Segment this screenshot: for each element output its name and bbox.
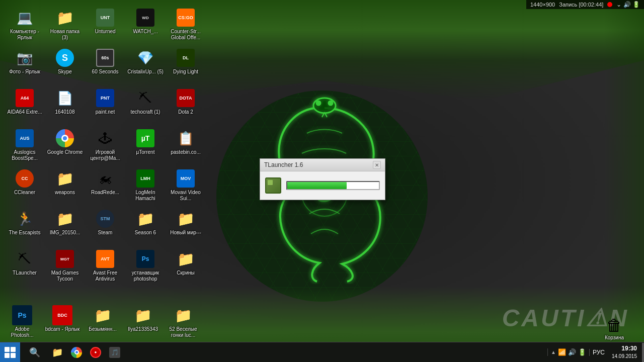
cristalix-icon: 💎	[135, 48, 155, 68]
skype-icon: S	[55, 48, 75, 68]
icon-csgo-label: Counter-Str... Global Offe...	[168, 29, 204, 41]
logmein-icon: LMH	[135, 168, 155, 189]
icon-screenshots-label: Скрины	[177, 270, 194, 276]
icon-unnamed[interactable]: 📁 Безымянн...	[83, 303, 122, 341]
pastebin-icon: 📋	[176, 128, 196, 148]
icon-tlauncher-label: TLauncher	[13, 270, 37, 276]
icon-skype-label: Skype	[58, 69, 72, 75]
roadredemption-icon: 🏍	[95, 168, 115, 189]
icon-unnamed-label: Безымянн...	[89, 326, 116, 332]
recording-dot	[607, 2, 612, 7]
icon-avast[interactable]: AVT Avast Free Antivirus	[86, 246, 125, 287]
icon-new-folder[interactable]: 📁 Новая папка (3)	[45, 5, 85, 45]
season6-icon: 📁	[135, 209, 155, 229]
icon-watch-dogs[interactable]: WD WATCH_...	[126, 5, 165, 45]
icon-photoshop[interactable]: Ps Adobe Photosh...	[3, 303, 42, 341]
icon-racing[interactable]: 📁 52 Веселые гонки luc...	[164, 303, 203, 341]
icon-cristalix[interactable]: 💎 CristalixUp... (5)	[126, 45, 165, 85]
taskbar-bandicam[interactable]: ●	[87, 343, 105, 361]
icon-new-world[interactable]: 📁 Новый мир---	[166, 206, 205, 246]
icon-pastebin[interactable]: 📋 pastebin.co...	[166, 126, 205, 166]
tray-volume[interactable]: 🔊	[568, 348, 576, 356]
taskbar-clock-area[interactable]: 19:30 14.09.2015	[608, 345, 641, 359]
show-desktop-button[interactable]	[642, 343, 644, 362]
taskbar-winamp[interactable]: 🎵	[106, 343, 124, 361]
icon-chrome[interactable]: Google Chrome	[45, 126, 85, 166]
icon-steam[interactable]: STM Steam	[86, 206, 125, 246]
icon-paintnet[interactable]: PNT paint.net	[86, 85, 125, 126]
icon-logmein-label: LogMeIn Hamachi	[127, 190, 164, 202]
photo-icon: 📷	[15, 48, 35, 68]
ps-install-icon: Ps	[135, 249, 155, 269]
icon-ccleaner-label: CCleaner	[14, 190, 35, 196]
icon-dota2-label: Dota 2	[178, 109, 193, 115]
icon-csgo[interactable]: CS:GO Counter-Str... Global Offe...	[166, 5, 205, 45]
icon-tlauncher[interactable]: ⛏ TLauncher	[5, 246, 44, 287]
tray-battery: 🔋	[578, 348, 586, 356]
taskbar-chrome[interactable]	[67, 343, 86, 361]
taskbar-search[interactable]: 🔍	[22, 343, 47, 361]
computer-icon: 💻	[15, 8, 35, 28]
dialog-close-button[interactable]: ✕	[373, 161, 381, 169]
icon-recycle-bin[interactable]: 🗑 Корзина	[605, 316, 624, 341]
icon-aida64[interactable]: A64 AIDA64 Extre...	[5, 85, 44, 126]
icon-screenshots[interactable]: 📁 Скрины	[166, 246, 205, 287]
icon-photo[interactable]: 📷 Фото - Ярлык	[5, 45, 44, 85]
icon-utorrent[interactable]: µT µTorrent	[126, 126, 165, 166]
racing-icon: 📁	[173, 305, 193, 325]
icon-mad-games-label: Mad Games Tycoon	[47, 270, 83, 282]
icon-60seconds[interactable]: 60s 60 Seconds	[86, 45, 125, 85]
icon-techocraft[interactable]: ⛏ techocraft (1)	[126, 85, 165, 126]
recording-label: Запись [00:02:44]	[559, 2, 603, 8]
icon-unturned[interactable]: UNT Unturned	[86, 5, 125, 45]
icon-avast-label: Avast Free Antivirus	[87, 270, 123, 282]
unnamed-folder-icon: 📁	[93, 305, 113, 325]
paintnet-icon: PNT	[95, 88, 115, 108]
icon-logmein[interactable]: LMH LogMeIn Hamachi	[126, 166, 165, 206]
icon-game-center[interactable]: 🕹 Игровой центр@Ma...	[86, 126, 125, 166]
icon-auslogics-label: Auslogics BoostSpe...	[7, 149, 43, 161]
icon-auslogics[interactable]: AUS Auslogics BoostSpe...	[5, 126, 44, 166]
dota2-icon: DOTA	[176, 88, 196, 108]
icon-weapons[interactable]: 📁 weapons	[45, 166, 85, 206]
watch-dogs-icon: WD	[135, 8, 155, 28]
icon-dota2[interactable]: DOTA Dota 2	[166, 85, 205, 126]
icon-1640108[interactable]: 📄 1640108	[45, 85, 85, 126]
icon-utorrent-label: µTorrent	[136, 149, 155, 155]
svg-point-0	[313, 98, 336, 113]
taskbar-language: РУС	[589, 349, 608, 356]
icon-ps-install[interactable]: Ps устанавщик photoshop	[126, 246, 165, 287]
tray-arrow[interactable]: ▲	[551, 349, 556, 355]
icon-img-folder-label: IMG_20150...	[50, 230, 80, 236]
icon-skype[interactable]: S Skype	[45, 45, 85, 85]
tlauncher-icon: ⛏	[15, 249, 35, 269]
icon-roadredemption[interactable]: 🏍 RoadRede...	[86, 166, 125, 206]
steam-icon: STM	[95, 209, 115, 229]
taskbar-file-explorer[interactable]: 📁	[48, 343, 66, 361]
icon-bdcam[interactable]: BDC bdcam - Ярлык	[43, 303, 82, 341]
recycle-bin-icon: 🗑	[606, 316, 622, 335]
new-world-icon: 📁	[176, 209, 196, 229]
icon-recycle-bin-label: Корзина	[605, 335, 624, 341]
dialog-title: TLauncher 1.6	[264, 161, 303, 168]
icon-escapists[interactable]: 🏃 The Escapists	[5, 206, 44, 246]
icon-computer[interactable]: 💻 Компьютер - Ярлык	[5, 5, 44, 45]
icon-pastebin-label: pastebin.co...	[171, 149, 200, 155]
icon-mad-games[interactable]: MGT Mad Games Tycoon	[45, 246, 85, 287]
icon-season6[interactable]: 📁 Season 6	[126, 206, 165, 246]
icon-aida64-label: AIDA64 Extre...	[8, 109, 42, 115]
mad-games-icon: MGT	[55, 249, 75, 269]
icon-dying-light[interactable]: DL Dying Light	[166, 45, 205, 85]
icon-ccleaner[interactable]: CC CCleaner	[5, 166, 44, 206]
screenshots-icon: 📁	[176, 249, 196, 269]
1640108-icon: 📄	[55, 88, 75, 108]
windows-logo	[5, 347, 16, 358]
aida64-icon: A64	[15, 88, 35, 108]
icon-img-folder[interactable]: 📁 IMG_20150...	[45, 206, 85, 246]
icon-movavi[interactable]: MOV Movavi Video Sui...	[166, 166, 205, 206]
icon-new-world-label: Новый мир---	[170, 230, 201, 236]
auslogics-icon: AUS	[15, 128, 35, 148]
icon-ilya[interactable]: 📁 Ilya21335343	[123, 303, 163, 341]
icon-game-center-label: Игровой центр@Ma...	[87, 149, 123, 161]
start-button[interactable]	[0, 342, 20, 363]
